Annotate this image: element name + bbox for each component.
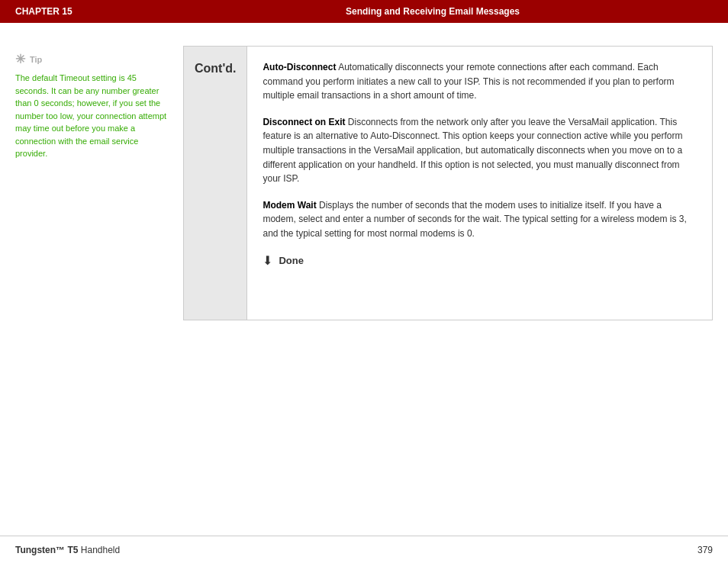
content-body: Auto-Disconnect Automatically disconnect…	[247, 47, 712, 320]
page-header: CHAPTER 15 Sending and Receiving Email M…	[0, 0, 728, 23]
footer-suffix: Handheld	[81, 545, 120, 555]
section-modem-wait: Modem Wait Displays the number of second…	[263, 198, 697, 241]
tip-header: ✳ Tip	[15, 53, 168, 66]
content-box: Cont'd. Auto-Disconnect Automatically di…	[183, 46, 713, 320]
sidebar-tip: ✳ Tip The default Timeout setting is 45 …	[15, 46, 168, 520]
footer-page-number: 379	[697, 545, 713, 555]
done-label: Done	[279, 255, 304, 266]
tip-label: Tip	[30, 55, 42, 64]
done-section: ⬇ Done	[263, 253, 697, 268]
section-body-modem-wait: Displays the number of seconds that the …	[263, 200, 686, 239]
footer-brand: Tungsten™ T5 Handheld	[15, 545, 120, 555]
section-title-auto-disconnect: Auto-Disconnect	[263, 62, 336, 72]
footer-brand-name: Tungsten™ T5	[15, 545, 78, 555]
page-footer: Tungsten™ T5 Handheld 379	[0, 536, 728, 563]
asterisk-icon: ✳	[15, 53, 25, 66]
chapter-label: CHAPTER 15	[15, 6, 153, 17]
chapter-title: Sending and Receiving Email Messages	[153, 6, 713, 17]
section-title-modem-wait: Modem Wait	[263, 200, 316, 211]
done-icon: ⬇	[263, 253, 272, 268]
section-title-disconnect-exit: Disconnect on Exit	[263, 117, 345, 127]
section-auto-disconnect: Auto-Disconnect Automatically disconnect…	[263, 60, 697, 103]
contd-label: Cont'd.	[184, 47, 247, 320]
main-content: ✳ Tip The default Timeout setting is 45 …	[0, 23, 728, 536]
section-disconnect-exit: Disconnect on Exit Disconnects from the …	[263, 115, 697, 186]
tip-text: The default Timeout setting is 45 second…	[15, 72, 168, 160]
